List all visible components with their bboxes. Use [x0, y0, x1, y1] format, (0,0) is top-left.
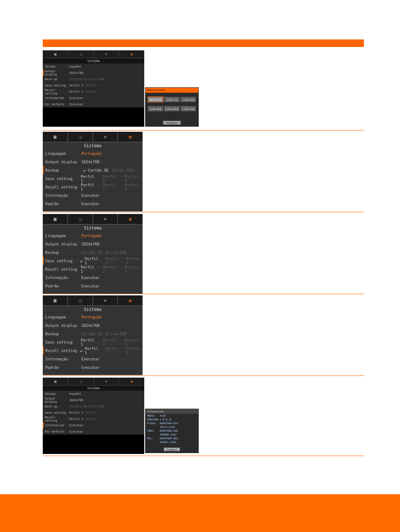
row-default[interactable]: Padrão Executar [43, 199, 143, 208]
layers-icon: ❏ [79, 298, 82, 303]
row-save[interactable]: Save setting Perfil 1 Perfil 2 Perfil 3 [43, 338, 143, 346]
tab-tools[interactable]: ✕ [94, 378, 119, 385]
recall-label: Recall setting [45, 89, 69, 95]
tab-picture[interactable]: ▣ [43, 132, 68, 142]
row-recall[interactable]: Recall setting Perfil 1 Perfil 2 Perfil … [43, 265, 143, 273]
res-option[interactable]: 1280x720 [164, 97, 179, 102]
row-language[interactable]: Linguagem Português [43, 313, 143, 321]
language-value: Español [69, 392, 82, 396]
row-backup[interactable]: Back up Tarjeta SD Disco USB [43, 403, 144, 409]
separator [43, 376, 364, 376]
tab-picture[interactable]: ▣ [43, 378, 68, 385]
info-label: Informação [45, 357, 81, 361]
row-info[interactable]: Información Ejecutar [43, 422, 144, 428]
output-label: Output display [45, 160, 81, 164]
profile-3: Perfil 3 [125, 338, 143, 347]
row-save[interactable]: Save setting Perfil 1 Perfil 2 Perfil 3 [43, 174, 143, 183]
res-option[interactable]: 1280x800 [181, 97, 196, 102]
enter-arrow-icon: ↵ [78, 349, 84, 353]
row-info[interactable]: Informação Executar [43, 273, 143, 282]
info-key: VERSION: [147, 418, 160, 421]
header-bar [43, 39, 364, 47]
res-option[interactable]: 1280x960 [148, 106, 163, 111]
profile-3: Perfil 3 [125, 175, 143, 183]
row-save[interactable]: Save setting Perfil 1 Perfil [43, 409, 144, 416]
info-key [147, 441, 160, 443]
panel-1: ▣ ❏ ✕ ✿ SISTEMA Idioma Español Output Di… [43, 50, 144, 127]
row-backup[interactable]: Back up Tarjeta SD Disco USB [43, 76, 144, 82]
tab-tools[interactable]: ✕ [93, 295, 118, 305]
tab-layers[interactable]: ❏ [68, 50, 94, 58]
panel-4-tabs: ▣ ❏ ✕ ✿ [43, 295, 143, 306]
row-language[interactable]: Linguagem Português [43, 149, 143, 157]
tab-system[interactable]: ✿ [119, 378, 144, 385]
tab-tools[interactable]: ✕ [93, 214, 118, 224]
row-recall[interactable]: Recall setting Perfil 1 Perfil [43, 89, 144, 95]
output-value: 1024x768 [81, 323, 99, 328]
row-save[interactable]: Save setting ↵ Perfil 1 Perfil 2 Perfil … [43, 256, 143, 265]
tab-picture[interactable]: ▣ [43, 295, 68, 305]
profile-1: Perfil 1 [81, 183, 99, 191]
row-info[interactable]: Informação Executar [43, 191, 143, 199]
tab-layers[interactable]: ❏ [68, 132, 93, 142]
row-output[interactable]: Output display 1024x768 [43, 321, 143, 329]
row-backup[interactable]: Backup Cartão SD Drive USB [43, 248, 143, 256]
panel-4-title: Sistema [43, 306, 143, 313]
row-language[interactable]: Idioma Español [43, 63, 144, 70]
tab-system[interactable]: ✿ [119, 50, 144, 58]
res-option[interactable]: 1024x768 [148, 97, 163, 102]
panel-5-title: SISTEMA [43, 386, 144, 391]
tab-layers[interactable]: ❏ [68, 214, 93, 224]
info-value: Executar [81, 193, 99, 198]
accept-button[interactable]: Aceptar [164, 448, 180, 451]
row-recall[interactable]: Recall setting Perfil 1 Perfil 2 Perfil … [43, 183, 143, 191]
layers-icon: ❏ [79, 216, 82, 222]
tab-system[interactable]: ✿ [118, 132, 143, 142]
row-default[interactable]: Por defecto Ejecutar [43, 101, 144, 107]
output-value: 1024x768 [69, 399, 83, 402]
info-label: Informação [45, 193, 81, 198]
output-label: Output Display [45, 70, 69, 76]
row-default[interactable]: Padrão Executar [43, 363, 143, 371]
info-val: PL50 [160, 414, 166, 417]
tab-system[interactable]: ✿ [118, 214, 143, 224]
layers-icon: ❏ [80, 380, 82, 383]
enter-arrow-icon: ↵ [81, 168, 87, 172]
tools-icon: ✕ [105, 52, 107, 56]
profile-1: Perfil 1 [81, 175, 99, 183]
info-value: Executar [81, 357, 99, 361]
res-option[interactable]: 1280x1024 [164, 106, 179, 111]
picture-icon: ▣ [54, 52, 56, 56]
row-language[interactable]: Linguagem Português [43, 231, 143, 240]
row-info[interactable]: Informação Executar [43, 355, 143, 363]
profile-3: Perfil 3 [126, 257, 143, 265]
row-save[interactable]: Save setting Perfil 1 Perfil [43, 82, 144, 89]
tab-tools[interactable]: ✕ [93, 132, 118, 142]
row-output[interactable]: Output Display 1024x768 [43, 70, 144, 76]
panel-2-tabs: ▣ ❏ ✕ ✿ [43, 132, 143, 142]
tab-system[interactable]: ✿ [118, 295, 143, 305]
row-backup[interactable]: Backup Cartão SD Drive USB [43, 329, 143, 338]
row-recall[interactable]: Recall setting ↵ Perfil 1 Perfil 2 Perfi… [43, 346, 143, 355]
res-option[interactable]: 1360x768 [181, 106, 196, 111]
row-output[interactable]: Output Display 1024x768 [43, 397, 144, 403]
row-backup[interactable]: Backup ↵ Cartão SD Drive USB [43, 166, 143, 174]
panel-5: ▣ ❏ ✕ ✿ SISTEMA Idioma Español Output Di… [43, 378, 144, 454]
accept-button[interactable]: Aceptar [163, 121, 181, 125]
tab-layers[interactable]: ❏ [68, 378, 94, 385]
gear-icon: ✿ [129, 134, 132, 139]
row-language[interactable]: Idioma Español [43, 391, 144, 397]
tab-layers[interactable]: ❏ [68, 295, 93, 305]
row-output[interactable]: Output display 1024x768 [43, 240, 143, 248]
row-default[interactable]: Por defecto Ejecutar [43, 428, 144, 435]
tab-picture[interactable]: ▣ [43, 214, 68, 224]
row-info[interactable]: Información Ejecutar [43, 95, 144, 101]
row-output[interactable]: Output display 1024x768 [43, 157, 143, 166]
tab-tools[interactable]: ✕ [94, 50, 119, 58]
info-key: CMOS: [147, 429, 160, 432]
layers-icon: ❏ [79, 134, 82, 139]
tab-picture[interactable]: ▣ [43, 50, 68, 58]
language-value: Português [81, 315, 102, 319]
row-recall[interactable]: Recall setting Perfil 1 Perfil [43, 416, 144, 422]
row-default[interactable]: Padrão Executar [43, 282, 143, 290]
